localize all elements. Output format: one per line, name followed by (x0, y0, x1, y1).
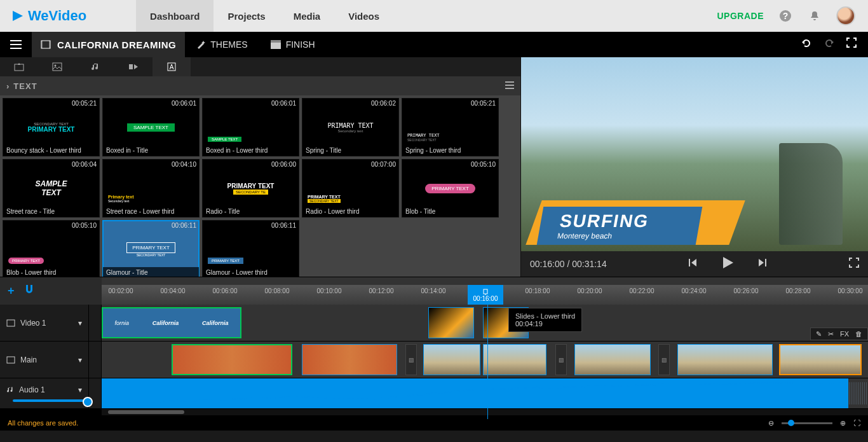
clip-toolbar: ✎ ✂ FX 🗑 (810, 328, 868, 340)
zoom-slider[interactable] (782, 422, 832, 424)
transition-icon[interactable]: ▨ (405, 344, 417, 375)
logo-text: WeVideo (28, 8, 86, 24)
nav-media[interactable]: Media (280, 0, 335, 32)
text-item[interactable]: 00:06:04SAMPLETEXTStreet race - Title (3, 159, 100, 218)
nav-dashboard[interactable]: Dashboard (136, 0, 214, 32)
text-item[interactable]: 00:05:21SECONDARY TEXTPRIMARY TEXTBouncy… (3, 98, 100, 156)
avatar[interactable] (836, 6, 855, 25)
audio-envelope[interactable] (102, 378, 848, 408)
chevron-down-icon[interactable]: ▾ (78, 319, 82, 328)
project-title-tab[interactable]: CALIFORNIA DREAMING (32, 32, 185, 57)
top-bar: WeVideo Dashboard Projects Media Videos … (0, 0, 868, 32)
clapper-icon (271, 40, 281, 49)
ruler-label: 00:08:00 (265, 287, 290, 294)
add-track-icon[interactable]: + (8, 284, 15, 298)
logo[interactable]: WeVideo (0, 8, 98, 24)
zoom-out-icon[interactable]: ⊖ (768, 419, 774, 427)
play-icon[interactable] (721, 256, 735, 272)
undo-icon[interactable] (801, 38, 812, 52)
media-tab-images[interactable] (38, 57, 76, 76)
text-item[interactable]: 00:06:00PRIMARY TEXTSECONDARY TERadio - … (202, 159, 299, 218)
clip[interactable] (779, 344, 862, 375)
zoom-in-icon[interactable]: ⊕ (840, 419, 846, 427)
volume-slider[interactable] (13, 399, 89, 402)
text-item[interactable]: 00:05:21PRIMARY TEXTSECONDARY TEXTSpring… (402, 98, 499, 156)
project-bar-right (801, 38, 868, 52)
scrollbar-thumb[interactable] (108, 410, 184, 414)
fullscreen-preview-icon[interactable] (849, 258, 859, 270)
ruler-label: 00:02:00 (109, 287, 133, 294)
track-header-main[interactable]: Main ▾ (0, 342, 89, 378)
redo-icon[interactable] (824, 38, 835, 52)
help-icon[interactable]: ? (778, 8, 793, 24)
text-item[interactable]: 00:05:10PRIMARY TEXTBlob - Lower third (3, 220, 100, 277)
time-display: 00:16:00 / 00:31:14 (530, 259, 607, 269)
ruler-label: 00:28:00 (786, 287, 811, 294)
text-item[interactable]: 00:05:10PRIMARY TEXTBlob - Title (402, 159, 499, 218)
fx-button[interactable]: FX (840, 330, 849, 338)
tab-themes[interactable]: THEMES (185, 32, 259, 57)
timeline-scrollbar[interactable] (0, 409, 868, 415)
text-item[interactable]: 00:07:00PRIMARY TEXTSECONDARY TEXTRadio … (302, 159, 399, 218)
svg-rect-7 (41, 41, 43, 48)
track-content-audio1[interactable] (102, 378, 868, 408)
text-item[interactable]: 00:04:10Primary textSecondary textStreet… (102, 159, 200, 218)
clip[interactable] (428, 307, 474, 338)
cut-icon[interactable]: ✂ (828, 330, 834, 338)
track-content-video1[interactable]: forniaCaliforniaCalifornia (102, 305, 868, 341)
transition-icon[interactable]: ▨ (555, 344, 567, 375)
list-view-icon[interactable] (505, 81, 514, 91)
clip[interactable] (172, 344, 292, 375)
track-content-main[interactable]: ✎ ✂ FX 🗑 ▨ ▨ ▨ (102, 342, 868, 378)
svg-rect-23 (505, 88, 514, 89)
svg-marker-0 (13, 11, 23, 21)
trash-icon[interactable]: 🗑 (855, 330, 862, 338)
track-header-video1[interactable]: Video 1 ▾ (0, 305, 89, 341)
work-area: A › TEXT 00:05:21SECONDARY TEXTPRIMARY T… (0, 57, 868, 277)
ruler-label: 00:22:00 (630, 287, 654, 294)
svg-rect-4 (10, 44, 22, 45)
media-tab-audio[interactable] (76, 57, 114, 76)
bell-icon[interactable] (807, 8, 822, 24)
media-tab-text[interactable]: A (153, 57, 191, 76)
tab-finish[interactable]: FINISH (259, 32, 327, 57)
preview-canvas[interactable]: SURFING Monterey beach (521, 57, 868, 251)
ruler-tools: + (0, 277, 102, 305)
clip[interactable] (302, 344, 397, 375)
text-item[interactable]: 00:06:11PRIMARY TEXTGlamour - Lower thir… (202, 220, 299, 277)
svg-rect-8 (49, 41, 50, 48)
ruler-marks[interactable]: 00:02:0000:04:0000:06:0000:08:0000:10:00… (102, 277, 868, 305)
clip[interactable] (483, 344, 546, 375)
project-bar: CALIFORNIA DREAMING THEMES FINISH (0, 32, 868, 57)
clip[interactable]: forniaCaliforniaCalifornia (102, 307, 241, 338)
track-header-audio1[interactable]: Audio 1 ▾ (0, 378, 89, 408)
clip[interactable] (677, 344, 773, 375)
next-icon[interactable] (757, 258, 768, 270)
panel-header: › TEXT (0, 76, 520, 95)
snap-icon[interactable] (24, 284, 35, 298)
clip[interactable] (574, 344, 651, 375)
svg-marker-18 (134, 64, 138, 69)
text-item[interactable]: 00:06:02PRIMARY TEXTSecondary textSpring… (302, 98, 399, 156)
media-tab-upload[interactable] (0, 57, 38, 76)
chevron-down-icon[interactable]: ▾ (78, 356, 82, 364)
ruler-label: 00:26:00 (734, 287, 759, 294)
text-item[interactable]: 00:06:01SAMPLE TEXTBoxed in - Title (102, 98, 200, 156)
fullscreen-icon[interactable] (846, 38, 857, 52)
prev-icon[interactable] (688, 258, 698, 270)
nav-projects[interactable]: Projects (214, 0, 279, 32)
playhead[interactable]: 00:16:00 (468, 285, 503, 305)
fit-icon[interactable]: ⛶ (853, 419, 860, 427)
menu-icon[interactable] (0, 40, 32, 49)
edit-icon[interactable]: ✎ (816, 330, 822, 338)
nav-videos[interactable]: Videos (334, 0, 393, 32)
media-tab-transitions[interactable] (114, 57, 153, 76)
chevron-right-icon[interactable]: › (6, 81, 10, 91)
text-item[interactable]: 00:06:01SAMPLE TEXTBoxed in - Lower thir… (202, 98, 299, 156)
playhead-line[interactable] (487, 305, 488, 419)
text-item[interactable]: 00:06:11PRIMARY TEXTSECONDARY TEXTGlamou… (102, 220, 200, 277)
clip[interactable] (423, 344, 480, 375)
transition-icon[interactable]: ▨ (658, 344, 670, 375)
upgrade-link[interactable]: UPGRADE (717, 11, 764, 21)
chevron-down-icon[interactable]: ▾ (78, 385, 82, 394)
